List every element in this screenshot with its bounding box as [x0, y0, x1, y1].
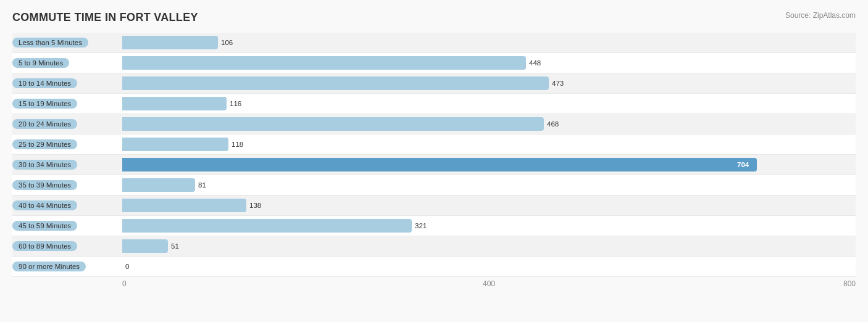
- bar-label-pill: 25 to 29 Minutes: [12, 139, 77, 149]
- bar-track: 0: [122, 260, 856, 273]
- bar-row: 60 to 89 Minutes51: [12, 236, 856, 257]
- bar-value: 51: [171, 242, 179, 250]
- bar-row: 90 or more Minutes0: [12, 257, 856, 277]
- bar-label: Less than 5 Minutes: [12, 38, 122, 47]
- chart-area: Less than 5 Minutes1065 to 9 Minutes4481…: [12, 33, 856, 277]
- bar-fill: [122, 239, 168, 253]
- bar-row: 20 to 24 Minutes468: [12, 114, 856, 134]
- bar-fill: [122, 219, 412, 233]
- bar-row: 35 to 39 Minutes81: [12, 175, 856, 196]
- bar-fill: [122, 56, 526, 70]
- bar-label-pill: 60 to 89 Minutes: [12, 241, 77, 251]
- bar-fill: [122, 178, 195, 192]
- bar-label: 15 to 19 Minutes: [12, 99, 122, 109]
- bar-row: 45 to 59 Minutes321: [12, 216, 856, 236]
- bar-row: 10 to 14 Minutes473: [12, 73, 856, 94]
- bar-fill: [122, 36, 218, 49]
- bar-label: 40 to 44 Minutes: [12, 200, 122, 210]
- bar-track: 448: [122, 56, 856, 70]
- bar-fill: [122, 117, 544, 131]
- bar-label-pill: 90 or more Minutes: [12, 262, 86, 271]
- bar-row: 25 to 29 Minutes118: [12, 134, 856, 155]
- bar-track: 704: [122, 158, 856, 171]
- chart-title: COMMUTE TIME IN FORT VALLEY: [12, 11, 856, 24]
- chart-container: COMMUTE TIME IN FORT VALLEY Source: ZipA…: [0, 0, 868, 322]
- bar-value: 704: [737, 161, 749, 168]
- bar-value: 321: [415, 222, 427, 229]
- bar-value: 0: [125, 263, 129, 270]
- bar-label-pill: 45 to 59 Minutes: [12, 221, 77, 231]
- x-axis-tick: 800: [611, 279, 856, 288]
- bar-row: 40 to 44 Minutes138: [12, 196, 856, 216]
- x-axis-tick: 400: [367, 279, 611, 288]
- bar-track: 118: [122, 138, 856, 151]
- bar-label-pill: Less than 5 Minutes: [12, 38, 88, 47]
- x-axis: 0400800: [12, 279, 856, 288]
- bar-label: 60 to 89 Minutes: [12, 241, 122, 251]
- bar-label: 30 to 34 Minutes: [12, 160, 122, 170]
- bar-fill: [122, 97, 227, 110]
- bar-value: 81: [198, 181, 206, 189]
- bar-label-pill: 35 to 39 Minutes: [12, 180, 77, 190]
- bar-label-pill: 15 to 19 Minutes: [12, 99, 77, 109]
- bar-track: 81: [122, 178, 856, 192]
- bar-value: 473: [552, 80, 564, 87]
- bar-row: Less than 5 Minutes106: [12, 33, 856, 53]
- bar-value: 448: [529, 59, 541, 67]
- bar-track: 473: [122, 76, 856, 90]
- bar-value: 468: [547, 120, 559, 128]
- bar-value: 118: [232, 141, 243, 148]
- bar-value: 116: [230, 100, 241, 107]
- bar-track: 321: [122, 219, 856, 233]
- bar-label: 25 to 29 Minutes: [12, 139, 122, 149]
- bar-row: 30 to 34 Minutes704: [12, 155, 856, 175]
- bar-label-pill: 5 to 9 Minutes: [12, 58, 69, 68]
- bar-fill: [122, 158, 757, 171]
- bar-track: 138: [122, 199, 856, 212]
- bar-label: 35 to 39 Minutes: [12, 180, 122, 190]
- bar-fill: [122, 138, 228, 151]
- bar-label: 10 to 14 Minutes: [12, 78, 122, 88]
- bar-track: 468: [122, 117, 856, 131]
- bar-label-pill: 40 to 44 Minutes: [12, 200, 77, 210]
- bar-track: 106: [122, 36, 856, 49]
- bar-track: 116: [122, 97, 856, 110]
- bar-value: 138: [249, 202, 261, 209]
- bar-label: 20 to 24 Minutes: [12, 119, 122, 129]
- bar-fill: [122, 76, 549, 90]
- bar-label-pill: 10 to 14 Minutes: [12, 78, 77, 88]
- source-label: Source: ZipAtlas.com: [785, 11, 856, 20]
- bar-row: 15 to 19 Minutes116: [12, 94, 856, 114]
- bar-label-pill: 20 to 24 Minutes: [12, 119, 77, 129]
- bar-value: 106: [221, 39, 233, 46]
- bar-fill: [122, 199, 246, 212]
- bar-track: 51: [122, 239, 856, 253]
- bar-label-pill: 30 to 34 Minutes: [12, 160, 77, 170]
- x-axis-tick: 0: [122, 279, 367, 288]
- bar-label: 45 to 59 Minutes: [12, 221, 122, 231]
- bar-row: 5 to 9 Minutes448: [12, 53, 856, 73]
- bar-label: 5 to 9 Minutes: [12, 58, 122, 68]
- bar-label: 90 or more Minutes: [12, 262, 122, 271]
